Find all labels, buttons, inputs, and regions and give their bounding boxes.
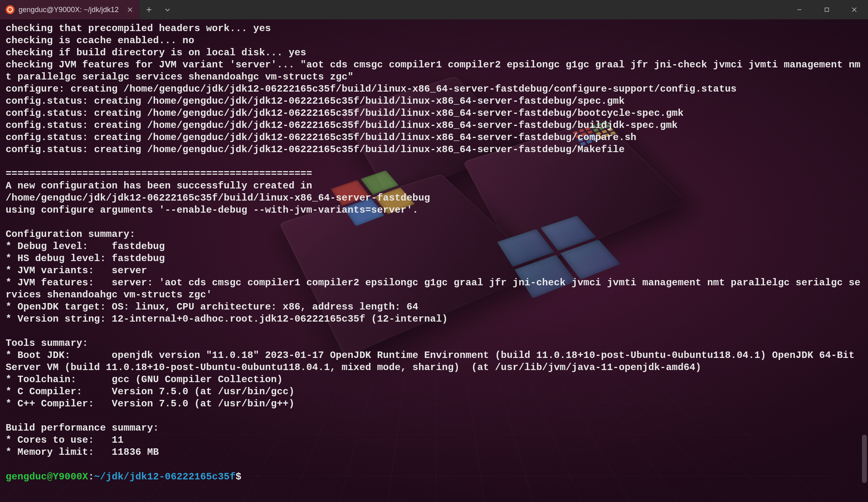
plus-icon [146,7,152,13]
chevron-down-icon [165,7,170,13]
terminal-viewport[interactable]: checking that precompiled headers work..… [0,19,868,502]
minimize-icon [797,7,802,12]
maximize-icon [824,7,829,12]
minimize-button[interactable] [786,0,813,19]
maximize-button[interactable] [813,0,841,19]
tab-close-button[interactable] [125,5,135,15]
window-close-button[interactable] [841,0,868,19]
prompt-symbol: $ [236,471,242,482]
window-controls [786,0,868,19]
tab-title: gengduc@Y9000X: ~/jdk/jdk12 [19,6,121,14]
prompt-user-host: gengduc@Y9000X [6,471,88,482]
prompt-colon: : [88,471,94,482]
new-tab-button[interactable] [140,2,158,18]
prompt-path: ~/jdk/jdk12-06222165c35f [94,471,235,482]
terminal-output[interactable]: checking that precompiled headers work..… [0,19,868,502]
tab-dropdown-button[interactable] [158,2,177,18]
scrollbar-thumb[interactable] [862,435,867,483]
scrollbar-track[interactable] [862,19,867,502]
ubuntu-icon [6,5,15,14]
close-icon [128,7,132,12]
active-tab[interactable]: gengduc@Y9000X: ~/jdk/jdk12 [0,0,140,19]
svg-rect-0 [825,8,829,12]
close-icon [852,7,857,12]
cursor [247,471,253,481]
titlebar: gengduc@Y9000X: ~/jdk/jdk12 [0,0,868,19]
terminal-window: gengduc@Y9000X: ~/jdk/jdk12 [0,0,868,502]
